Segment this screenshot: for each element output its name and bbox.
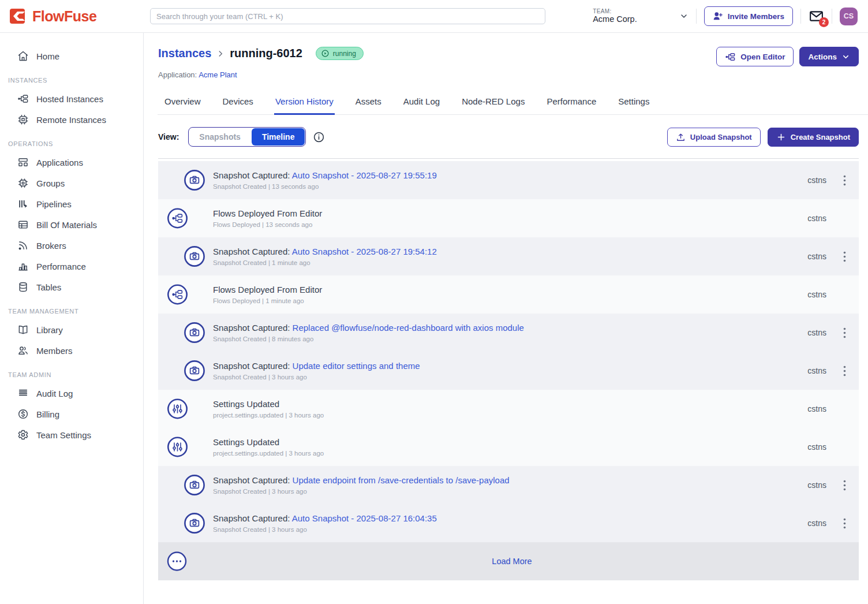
info-icon[interactable] bbox=[313, 131, 325, 143]
timeline-row-user: cstns bbox=[807, 252, 826, 261]
timeline-row-title-link[interactable]: Replaced @flowfuse/node-red-dashboard wi… bbox=[293, 323, 524, 333]
timeline-row-title-link[interactable]: Auto Snapshot - 2025-08-27 19:54:12 bbox=[292, 247, 437, 256]
chevron-down-icon[interactable] bbox=[679, 12, 689, 21]
search-input[interactable] bbox=[150, 8, 545, 24]
timeline-row-title: Snapshot Captured: Auto Snapshot - 2025-… bbox=[213, 170, 807, 180]
sidebar-item-team-settings[interactable]: Team Settings bbox=[0, 424, 143, 445]
camera-icon bbox=[184, 360, 205, 382]
kebab-menu-icon[interactable] bbox=[839, 518, 850, 529]
ellipsis-icon bbox=[167, 551, 187, 572]
tables-icon bbox=[17, 281, 29, 293]
kebab-menu-icon[interactable] bbox=[839, 251, 850, 262]
sidebar-item-library[interactable]: Library bbox=[0, 319, 143, 340]
sidebar-item-remote-instances[interactable]: Remote Instances bbox=[0, 109, 143, 130]
view-label: View: bbox=[158, 132, 179, 141]
app-root: FlowFuse TEAM: Acme Corp. Invite Members… bbox=[0, 0, 868, 604]
tab-version-history[interactable]: Version History bbox=[274, 92, 335, 115]
team-selector[interactable]: TEAM: Acme Corp. bbox=[593, 8, 637, 24]
timeline-row-subtitle: Snapshot Created | 1 minute ago bbox=[213, 259, 807, 266]
plus-icon bbox=[776, 132, 786, 142]
timeline-row: Settings Updated project.settings.update… bbox=[158, 390, 859, 428]
timeline-row-title-prefix: Snapshot Captured: bbox=[213, 475, 293, 485]
sidebar-item-bill-of-materials[interactable]: Bill Of Materials bbox=[0, 214, 143, 235]
sidebar-item-label: Groups bbox=[36, 178, 65, 188]
sidebar-item-label: Hosted Instances bbox=[36, 94, 103, 104]
timeline-list: Snapshot Captured: Auto Snapshot - 2025-… bbox=[158, 161, 859, 580]
toggle-snapshots[interactable]: Snapshots bbox=[189, 128, 251, 146]
timeline-row-title-link[interactable]: Update endpoint from /save-credentials t… bbox=[293, 475, 510, 485]
timeline-row-title-link[interactable]: Auto Snapshot - 2025-08-27 16:04:35 bbox=[292, 513, 437, 523]
sidebar-item-label: Remote Instances bbox=[36, 115, 106, 125]
sidebar-item-hosted-instances[interactable]: Hosted Instances bbox=[0, 88, 143, 109]
sidebar-item-applications[interactable]: Applications bbox=[0, 152, 143, 173]
sidebar-item-members[interactable]: Members bbox=[0, 340, 143, 361]
sidebar-item-brokers[interactable]: Brokers bbox=[0, 235, 143, 256]
timeline-row: Snapshot Captured: Auto Snapshot - 2025-… bbox=[158, 161, 859, 199]
timeline-row-user: cstns bbox=[807, 519, 826, 528]
open-editor-button[interactable]: Open Editor bbox=[716, 47, 794, 66]
upload-snapshot-button[interactable]: Upload Snapshot bbox=[667, 128, 761, 147]
deploy-icon bbox=[167, 284, 188, 305]
sidebar-item-billing[interactable]: Billing bbox=[0, 404, 143, 424]
create-snapshot-button[interactable]: Create Snapshot bbox=[768, 128, 859, 147]
tab-node-red-logs[interactable]: Node-RED Logs bbox=[461, 92, 526, 115]
application-label: Application: bbox=[158, 70, 197, 79]
timeline-row-title-link[interactable]: Update editor settings and theme bbox=[293, 361, 420, 371]
toggle-timeline[interactable]: Timeline bbox=[252, 128, 305, 146]
notifications-button[interactable]: 2 bbox=[809, 9, 824, 23]
timeline-row-title: Snapshot Captured: Auto Snapshot - 2025-… bbox=[213, 247, 807, 256]
tab-performance[interactable]: Performance bbox=[545, 92, 597, 115]
sidebar-section-label: TEAM ADMIN bbox=[0, 361, 143, 383]
flowfuse-logo[interactable]: FlowFuse bbox=[9, 7, 150, 25]
sidebar-item-groups[interactable]: Groups bbox=[0, 173, 143, 193]
timeline-row-title: Snapshot Captured: Auto Snapshot - 2025-… bbox=[213, 513, 807, 523]
timeline-row-user: cstns bbox=[807, 328, 826, 337]
application-link[interactable]: Acme Plant bbox=[199, 70, 237, 79]
timeline-rail bbox=[158, 275, 209, 314]
sidebar-item-home[interactable]: Home bbox=[0, 46, 143, 66]
invite-members-button[interactable]: Invite Members bbox=[704, 6, 793, 26]
timeline-row-subtitle: Snapshot Created | 13 seconds ago bbox=[213, 183, 807, 190]
notification-badge: 2 bbox=[819, 17, 829, 27]
upload-icon bbox=[676, 132, 686, 142]
timeline-row-title: Snapshot Captured: Update editor setting… bbox=[213, 361, 807, 371]
settings-sliders-icon bbox=[167, 398, 188, 420]
kebab-menu-icon[interactable] bbox=[839, 366, 850, 376]
breadcrumb-instances-link[interactable]: Instances bbox=[158, 47, 211, 60]
divider bbox=[832, 9, 832, 24]
tab-devices[interactable]: Devices bbox=[222, 92, 255, 115]
avatar[interactable]: CS bbox=[840, 8, 858, 25]
timeline-row-user: cstns bbox=[807, 442, 826, 452]
kebab-menu-icon[interactable] bbox=[839, 327, 850, 338]
timeline-rail bbox=[158, 504, 209, 542]
tab-audit-log[interactable]: Audit Log bbox=[402, 92, 441, 115]
kebab-menu-icon[interactable] bbox=[839, 480, 850, 491]
tab-settings[interactable]: Settings bbox=[617, 92, 650, 115]
sidebar-item-performance[interactable]: Performance bbox=[0, 256, 143, 277]
sidebar-item-pipelines[interactable]: Pipelines bbox=[0, 193, 143, 214]
load-more-link[interactable]: Load More bbox=[209, 557, 815, 566]
sidebar-item-audit-log[interactable]: Audit Log bbox=[0, 383, 143, 404]
page-title: running-6012 bbox=[230, 47, 302, 60]
flowfuse-logo-icon bbox=[9, 7, 28, 25]
timeline-rail bbox=[158, 199, 209, 237]
sidebar-item-tables[interactable]: Tables bbox=[0, 277, 143, 297]
view-toggle: Snapshots Timeline bbox=[188, 127, 306, 147]
timeline-row-title: Snapshot Captured: Update endpoint from … bbox=[213, 475, 807, 485]
timeline-row-title: Flows Deployed From Editor bbox=[213, 285, 807, 294]
sidebar-item-label: Billing bbox=[36, 409, 59, 419]
actions-label: Actions bbox=[808, 53, 837, 61]
tab-assets[interactable]: Assets bbox=[354, 92, 383, 115]
divider bbox=[800, 9, 801, 24]
timeline-row-title-link[interactable]: Auto Snapshot - 2025-08-27 19:55:19 bbox=[292, 170, 437, 180]
timeline-row: Settings Updated project.settings.update… bbox=[158, 428, 859, 466]
performance-icon bbox=[17, 260, 29, 272]
timeline-row: Flows Deployed From Editor Flows Deploye… bbox=[158, 199, 859, 237]
actions-button[interactable]: Actions bbox=[799, 47, 859, 66]
timeline-row: Flows Deployed From Editor Flows Deploye… bbox=[158, 275, 859, 314]
sidebar-item-label: Brokers bbox=[36, 241, 66, 251]
chevron-down-icon bbox=[841, 53, 850, 61]
timeline-row-title-text: Flows Deployed From Editor bbox=[213, 208, 322, 218]
kebab-menu-icon[interactable] bbox=[839, 175, 850, 186]
tab-overview[interactable]: Overview bbox=[163, 92, 202, 115]
